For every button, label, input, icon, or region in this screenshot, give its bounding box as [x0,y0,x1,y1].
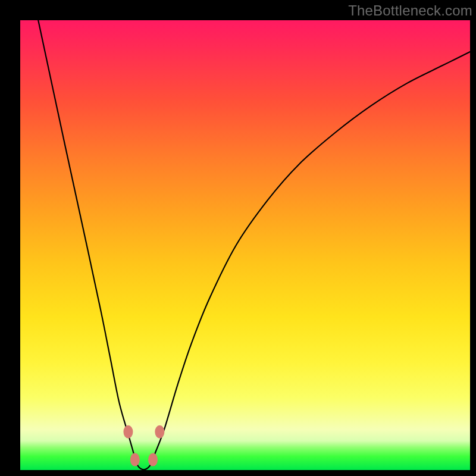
curve-marker [155,425,164,439]
curve-marker [123,425,133,439]
chart-svg [20,20,470,470]
curve-marker [130,453,140,466]
attribution-watermark: TheBottleneck.com [348,2,472,19]
chart-frame: TheBottleneck.com [0,0,476,476]
curve-marker [148,453,158,466]
bottleneck-curve [38,20,470,469]
chart-plot-area [20,20,470,470]
